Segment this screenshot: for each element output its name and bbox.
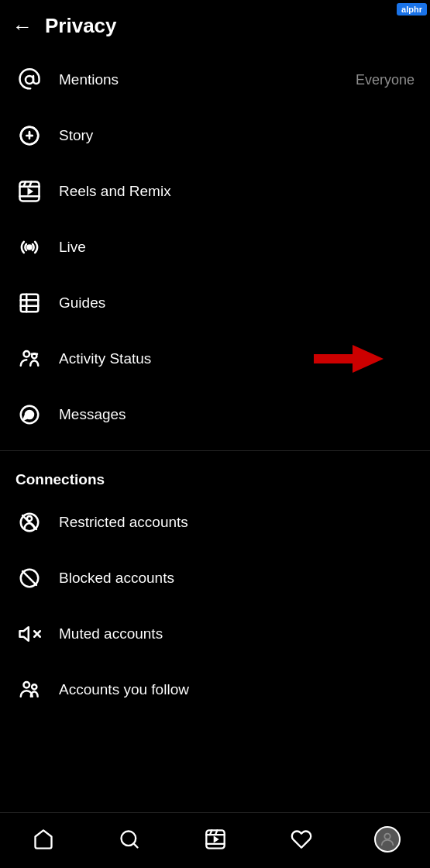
section-divider [0,450,430,451]
reels-icon [15,177,43,205]
svg-marker-36 [213,835,218,842]
menu-item-story[interactable]: Story [0,108,430,164]
nav-home[interactable] [20,820,67,859]
svg-point-0 [26,76,33,84]
menu-item-muted[interactable]: Muted accounts [0,606,430,662]
heart-icon [291,828,312,850]
connections-section-label: Connections [0,459,430,494]
svg-point-32 [32,684,36,689]
svg-point-26 [27,516,32,521]
mentions-label: Mentions [59,71,119,88]
messages-icon [15,401,43,429]
muted-label: Muted accounts [59,625,163,642]
story-icon [15,122,43,150]
svg-rect-15 [21,294,39,312]
svg-point-19 [24,351,30,357]
reels-label: Reels and Remix [59,183,171,200]
live-label: Live [59,239,86,256]
header: ← Privacy [0,0,430,52]
content-area: Mentions Everyone Story [0,52,430,780]
guides-icon [15,289,43,317]
restricted-icon [15,508,43,536]
blocked-icon [15,564,43,592]
reels-nav-icon [205,828,226,850]
page-title: Privacy [45,14,117,38]
bottom-navigation [0,812,430,868]
red-arrow-annotation [314,345,384,373]
svg-point-31 [24,682,30,688]
muted-icon [15,620,43,648]
nav-profile[interactable] [364,820,411,859]
activity-status-icon [15,345,43,373]
svg-line-34 [133,843,137,847]
menu-item-restricted[interactable]: Restricted accounts [0,494,430,550]
search-icon [119,828,140,850]
blocked-label: Blocked accounts [59,570,174,587]
svg-marker-9 [28,188,34,195]
guides-label: Guides [59,294,105,312]
svg-line-28 [22,571,36,585]
following-icon [15,676,43,704]
menu-item-guides[interactable]: Guides [0,275,430,331]
nav-search[interactable] [106,820,153,859]
home-icon [33,828,54,850]
back-button[interactable]: ← [12,16,33,36]
activity-status-label: Activity Status [59,350,151,367]
menu-item-messages[interactable]: Messages [0,387,430,443]
alphr-badge: alphr [397,3,427,16]
menu-item-live[interactable]: Live [0,219,430,275]
messages-label: Messages [59,406,126,423]
menu-item-reels[interactable]: Reels and Remix [0,164,430,219]
profile-avatar [374,826,401,852]
live-icon [15,233,43,261]
svg-point-41 [384,833,390,839]
mentions-value: Everyone [356,72,415,88]
nav-reels[interactable] [192,820,239,859]
svg-point-14 [26,244,33,250]
nav-likes[interactable] [278,820,325,859]
story-label: Story [59,127,93,144]
menu-item-following[interactable]: Accounts you follow [0,662,430,718]
menu-item-activity-status[interactable]: Activity Status [0,331,430,387]
restricted-label: Restricted accounts [59,514,188,531]
menu-item-blocked[interactable]: Blocked accounts [0,550,430,606]
menu-item-mentions[interactable]: Mentions Everyone [0,52,430,108]
following-label: Accounts you follow [59,681,189,698]
mentions-icon [15,66,43,94]
svg-marker-22 [314,345,384,373]
